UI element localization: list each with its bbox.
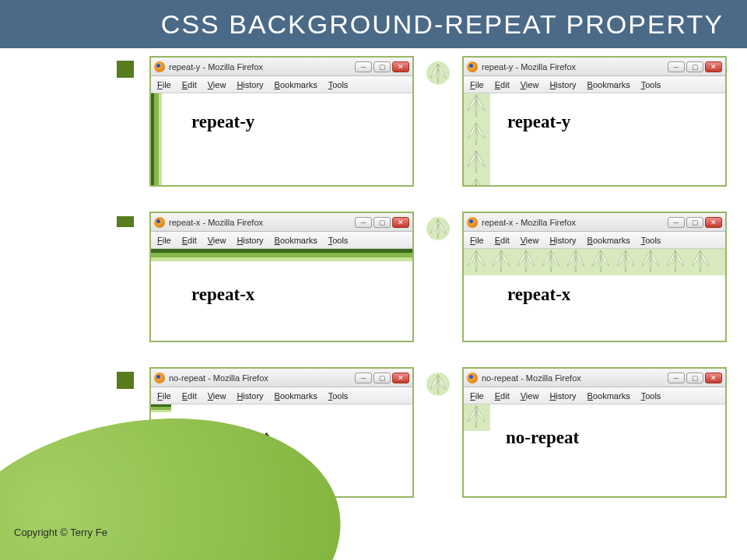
menu-file[interactable]: File xyxy=(157,236,171,245)
bullet-green xyxy=(109,56,142,196)
menu-history[interactable]: History xyxy=(549,236,576,245)
menu-view[interactable]: View xyxy=(208,236,226,245)
menu-file[interactable]: File xyxy=(470,236,484,245)
browser-window: repeat-x - Mozilla Firefox ─ ▢ ✕ File Ed… xyxy=(462,212,727,342)
slide-content: repeat-y - Mozilla Firefox ─ ▢ ✕ File Ed… xyxy=(0,48,747,546)
leaf-tile-icon xyxy=(613,249,638,274)
menu-history[interactable]: History xyxy=(549,80,576,89)
window-title: repeat-x - Mozilla Firefox xyxy=(482,218,576,227)
bg-no-repeat-leaf xyxy=(464,404,490,431)
menu-edit[interactable]: Edit xyxy=(495,236,510,245)
menu-file[interactable]: File xyxy=(157,391,171,401)
menu-bookmarks[interactable]: Bookmarks xyxy=(275,80,317,89)
firefox-icon xyxy=(154,373,165,383)
menu-tools[interactable]: Tools xyxy=(641,236,661,245)
menu-bar: File Edit View History Bookmarks Tools xyxy=(464,232,725,249)
menu-history[interactable]: History xyxy=(549,391,576,401)
maximize-button[interactable]: ▢ xyxy=(374,217,391,228)
bullet-leaf xyxy=(422,212,454,352)
menu-view[interactable]: View xyxy=(521,391,539,401)
menu-view[interactable]: View xyxy=(521,80,539,89)
browser-viewport: repeat-y xyxy=(464,93,725,185)
menu-view[interactable]: View xyxy=(521,236,539,245)
leaf-tile-icon xyxy=(688,249,713,274)
menu-file[interactable]: File xyxy=(470,391,484,401)
browser-window: repeat-y - Mozilla Firefox ─ ▢ ✕ File Ed… xyxy=(149,56,414,187)
menu-edit[interactable]: Edit xyxy=(495,80,510,89)
bg-repeat-x-leaves xyxy=(464,249,725,275)
leaf-tile-icon xyxy=(489,249,514,274)
menu-bookmarks[interactable]: Bookmarks xyxy=(275,391,317,401)
menu-history[interactable]: History xyxy=(237,236,263,245)
menu-bookmarks[interactable]: Bookmarks xyxy=(587,236,630,245)
menu-tools[interactable]: Tools xyxy=(328,80,349,89)
menu-bookmarks[interactable]: Bookmarks xyxy=(275,236,317,245)
maximize-button[interactable]: ▢ xyxy=(686,217,703,228)
maximize-button[interactable]: ▢ xyxy=(374,61,391,72)
window-title: no-repeat - Mozilla Firefox xyxy=(169,373,268,383)
leaf-tile-icon xyxy=(464,149,489,174)
window-title: no-repeat - Mozilla Firefox xyxy=(482,373,581,383)
menu-file[interactable]: File xyxy=(470,80,484,89)
browser-viewport: no-repeat xyxy=(464,404,725,496)
close-button[interactable]: ✕ xyxy=(392,217,409,228)
minimize-button[interactable]: ─ xyxy=(355,61,372,72)
browser-viewport: repeat-x xyxy=(464,249,725,341)
leaf-tile-icon xyxy=(464,177,489,185)
square-bullet-icon xyxy=(117,61,134,78)
bullet-leaf xyxy=(422,56,454,196)
leaf-tile-icon xyxy=(464,121,489,146)
maximize-button[interactable]: ▢ xyxy=(686,61,703,72)
close-button[interactable]: ✕ xyxy=(392,61,409,72)
copyright-text: Copyright © Terry Fe xyxy=(14,527,107,538)
menu-tools[interactable]: Tools xyxy=(328,391,349,401)
menu-history[interactable]: History xyxy=(237,391,263,401)
bg-repeat-y-stripe xyxy=(151,93,162,185)
slide-title: CSS BACKGROUND-REPEAT PROPERTY xyxy=(161,9,724,40)
menu-bar: File Edit View History Bookmarks Tools xyxy=(464,387,725,404)
menu-edit[interactable]: Edit xyxy=(182,80,197,89)
leaf-tile-icon xyxy=(588,249,613,274)
viewport-label: repeat-x xyxy=(507,285,570,305)
menu-file[interactable]: File xyxy=(157,80,171,89)
menu-edit[interactable]: Edit xyxy=(182,236,197,245)
close-button[interactable]: ✕ xyxy=(705,373,722,383)
square-bullet-icon xyxy=(117,216,134,227)
leaf-icon xyxy=(426,216,451,241)
minimize-button[interactable]: ─ xyxy=(668,61,685,72)
menu-bar: File Edit View History Bookmarks Tools xyxy=(464,76,725,93)
title-band: CSS BACKGROUND-REPEAT PROPERTY xyxy=(0,0,747,48)
menu-history[interactable]: History xyxy=(237,80,263,89)
menu-tools[interactable]: Tools xyxy=(328,236,349,245)
firefox-icon xyxy=(154,61,165,72)
leaf-icon xyxy=(426,61,451,86)
bg-repeat-y-leaves xyxy=(464,93,490,185)
menu-edit[interactable]: Edit xyxy=(182,391,197,401)
minimize-button[interactable]: ─ xyxy=(355,217,372,228)
close-button[interactable]: ✕ xyxy=(705,61,722,72)
menu-tools[interactable]: Tools xyxy=(641,80,661,89)
minimize-button[interactable]: ─ xyxy=(668,373,685,383)
firefox-icon xyxy=(154,217,165,228)
browser-window: repeat-y - Mozilla Firefox ─ ▢ ✕ File Ed… xyxy=(462,56,727,187)
close-button[interactable]: ✕ xyxy=(705,217,722,228)
window-title: repeat-y - Mozilla Firefox xyxy=(169,62,263,72)
window-titlebar: repeat-x - Mozilla Firefox ─ ▢ ✕ xyxy=(151,213,412,232)
close-button[interactable]: ✕ xyxy=(392,373,409,383)
menu-edit[interactable]: Edit xyxy=(495,391,510,401)
menu-tools[interactable]: Tools xyxy=(641,391,661,401)
window-titlebar: repeat-x - Mozilla Firefox ─ ▢ ✕ xyxy=(464,213,725,232)
maximize-button[interactable]: ▢ xyxy=(374,373,391,383)
bg-no-repeat-stripe xyxy=(151,404,171,412)
firefox-icon xyxy=(467,61,478,72)
square-bullet-icon xyxy=(117,372,134,389)
minimize-button[interactable]: ─ xyxy=(355,373,372,383)
minimize-button[interactable]: ─ xyxy=(668,217,685,228)
leaf-tile-icon xyxy=(563,249,588,274)
maximize-button[interactable]: ▢ xyxy=(686,373,703,383)
window-titlebar: repeat-y - Mozilla Firefox ─ ▢ ✕ xyxy=(464,58,725,76)
menu-view[interactable]: View xyxy=(208,391,226,401)
menu-bookmarks[interactable]: Bookmarks xyxy=(587,391,630,401)
menu-bookmarks[interactable]: Bookmarks xyxy=(587,80,630,89)
menu-view[interactable]: View xyxy=(208,80,226,89)
